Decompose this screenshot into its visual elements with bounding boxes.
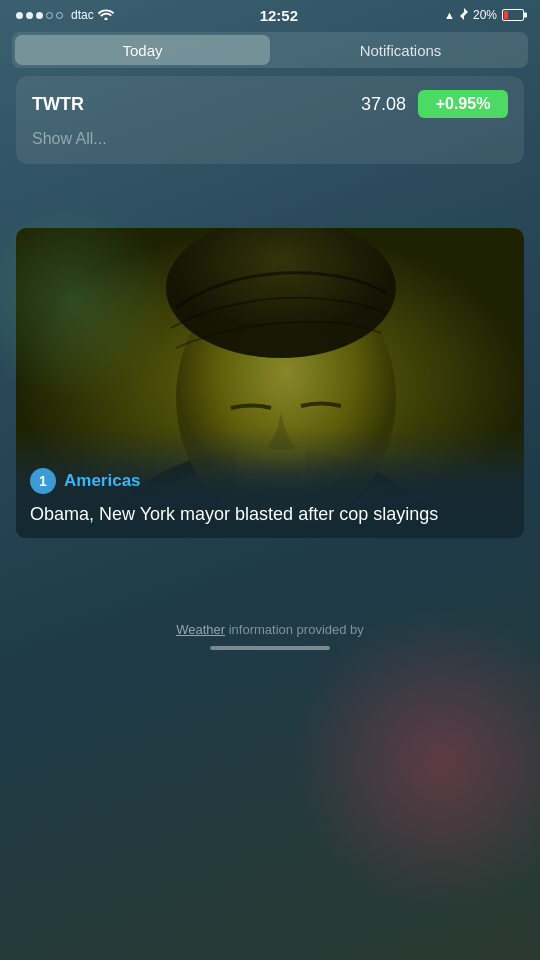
stock-row: TWTR 37.08 +0.95%: [32, 90, 508, 118]
home-indicator: [210, 646, 330, 650]
battery-fill: [504, 11, 508, 19]
carrier-label: dtac: [71, 8, 94, 22]
footer: Weather information provided by: [0, 608, 540, 660]
category-name: Americas: [64, 471, 141, 491]
signal-dot-4: [46, 12, 53, 19]
content-area: TWTR 37.08 +0.95% Show All...: [0, 76, 540, 164]
status-left: dtac: [16, 8, 114, 23]
stock-change[interactable]: +0.95%: [418, 90, 508, 118]
signal-dot-2: [26, 12, 33, 19]
weather-link[interactable]: Weather: [176, 622, 225, 637]
tab-bar: Today Notifications: [12, 32, 528, 68]
show-all-button[interactable]: Show All...: [32, 128, 508, 150]
bluetooth-icon: [459, 7, 469, 23]
status-bar: dtac 12:52 ▲ 20%: [0, 0, 540, 28]
stock-ticker: TWTR: [32, 94, 84, 115]
tab-today[interactable]: Today: [15, 35, 270, 65]
status-icons: ▲ 20%: [444, 7, 497, 23]
battery-icon: [502, 9, 524, 21]
signal-dot-3: [36, 12, 43, 19]
clock: 12:52: [260, 7, 298, 24]
location-icon: ▲: [444, 9, 455, 21]
category-badge: 1: [30, 468, 56, 494]
stock-price: 37.08: [84, 94, 406, 115]
footer-text: Weather information provided by: [176, 622, 364, 637]
stocks-widget: TWTR 37.08 +0.95% Show All...: [16, 76, 524, 164]
category-row: 1 Americas: [30, 468, 510, 494]
footer-suffix: information provided by: [225, 622, 364, 637]
battery-percent: 20%: [473, 8, 497, 22]
signal-dot-1: [16, 12, 23, 19]
tab-notifications[interactable]: Notifications: [273, 32, 528, 68]
signal-dots: [16, 12, 63, 19]
news-overlay: 1 Americas Obama, New York mayor blasted…: [16, 456, 524, 538]
signal-dot-5: [56, 12, 63, 19]
status-right: ▲ 20%: [444, 7, 524, 23]
news-headline: Obama, New York mayor blasted after cop …: [30, 502, 510, 526]
wifi-icon: [98, 8, 114, 23]
